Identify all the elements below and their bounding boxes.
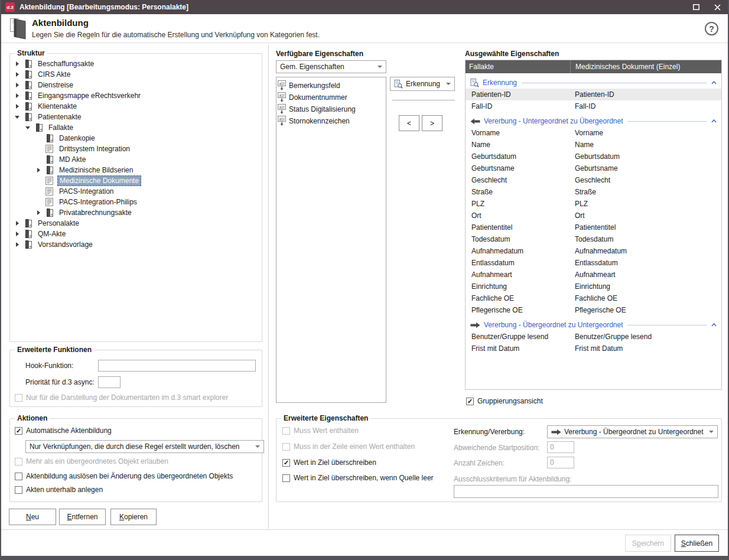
tree-item[interactable]: Patientenakte bbox=[10, 112, 262, 122]
neu-button[interactable]: Neu bbox=[9, 509, 56, 525]
table-row[interactable]: Pflegerische OEPflegerische OE bbox=[466, 304, 721, 316]
collapse-chevron-icon[interactable] bbox=[711, 119, 717, 123]
move-left-button[interactable]: < bbox=[399, 115, 419, 131]
tree-item[interactable]: Drittsystem Integration bbox=[10, 144, 262, 154]
tree-item[interactable]: Personalakte bbox=[10, 218, 262, 229]
table-row[interactable]: StraßeStraße bbox=[466, 186, 721, 198]
property-group-header[interactable]: Vererbung - Übergeordnet zu Untergeordne… bbox=[466, 319, 721, 331]
expanded-expander-icon[interactable] bbox=[14, 112, 22, 122]
list-item[interactable]: a1tStornokennzeichen bbox=[276, 115, 386, 127]
tree-item[interactable]: PACS-Integration-Philips bbox=[10, 197, 262, 207]
ausschlusskriterium-input[interactable] bbox=[454, 485, 718, 498]
collapsed-expander-icon[interactable] bbox=[14, 90, 22, 101]
table-row[interactable]: EntlassdatumEntlassdatum bbox=[466, 257, 721, 269]
checkbox-box bbox=[282, 443, 290, 451]
wert-ueberschreiben-checkbox[interactable]: ✓Wert in Ziel überschreiben bbox=[282, 458, 376, 467]
property-icon: a1t bbox=[278, 104, 287, 115]
collapsed-expander-icon[interactable] bbox=[35, 165, 43, 175]
cell-dokument: Aufnahmeart bbox=[570, 271, 721, 279]
maximize-button[interactable] bbox=[689, 2, 702, 12]
column-header-dokument[interactable]: Medizinisches Dokument (Einzel) bbox=[570, 60, 721, 73]
close-button[interactable] bbox=[711, 2, 724, 12]
table-row[interactable]: TodesdatumTodesdatum bbox=[466, 233, 721, 245]
kopieren-button[interactable]: Kopieren bbox=[110, 509, 157, 525]
property-group-header[interactable]: Vererbung - Untergeordnet zu Übergeordne… bbox=[466, 115, 721, 127]
gruppierungsansicht-checkbox[interactable]: ✓Gruppierungsansicht bbox=[466, 397, 543, 405]
table-row[interactable]: NameName bbox=[466, 139, 721, 151]
tree-item[interactable]: Privatabrechnungsakte bbox=[10, 207, 262, 218]
expanded-expander-icon[interactable] bbox=[24, 122, 32, 133]
tree-item[interactable]: MD Akte bbox=[10, 154, 262, 165]
chevron-down-icon bbox=[446, 83, 451, 85]
entfernen-button[interactable]: Entfernen bbox=[59, 509, 106, 525]
table-row[interactable]: VornameVorname bbox=[466, 127, 721, 139]
list-item[interactable]: a1tStatus Digitalisierung bbox=[276, 103, 386, 115]
tree-item[interactable]: Vorstandsvorlage bbox=[10, 239, 262, 250]
verknuepfungen-dropdown[interactable]: Nur Verknüpfungen, die durch diese Regel… bbox=[25, 440, 264, 453]
collapsed-expander-icon[interactable] bbox=[14, 101, 22, 112]
table-row[interactable]: Benutzer/Gruppe lesendBenutzer/Gruppe le… bbox=[466, 331, 721, 343]
smart-explorer-checkbox[interactable]: Nur für die Darstellung der Dokumentarte… bbox=[15, 393, 228, 402]
erkennung-mode-dropdown[interactable]: Erkennung bbox=[390, 77, 455, 91]
tree-item[interactable]: Datenkopie bbox=[10, 133, 262, 144]
wert-ueberschreiben-leer-checkbox[interactable]: Wert in Ziel überschreiben, wenn Quelle … bbox=[282, 474, 434, 482]
tree-item-label: PACS-Integration bbox=[57, 187, 116, 196]
prioritaet-input[interactable] bbox=[98, 376, 121, 388]
tree-item[interactable]: Eingangsmappe eRechtsverkehr bbox=[10, 90, 262, 101]
table-row[interactable]: AufnahmedatumAufnahmedatum bbox=[466, 245, 721, 257]
expander-spacer bbox=[35, 154, 43, 165]
table-row[interactable]: GeburtsnameGeburtsname bbox=[466, 162, 721, 174]
collapse-chevron-icon[interactable] bbox=[711, 81, 717, 84]
table-row[interactable]: Fachliche OEFachliche OE bbox=[466, 292, 721, 304]
tree-item[interactable]: Medizinische Bildserien bbox=[10, 165, 262, 175]
aktenbildung-ausloesen-checkbox[interactable]: Aktenbildung auslösen bei Änderung des ü… bbox=[15, 472, 233, 480]
table-row[interactable]: Frist mit DatumFrist mit Datum bbox=[466, 343, 721, 354]
folder-icon bbox=[24, 219, 33, 228]
collapsed-expander-icon[interactable] bbox=[14, 218, 22, 229]
anzahl-zeichen-input[interactable] bbox=[547, 457, 574, 468]
move-right-button[interactable]: > bbox=[422, 115, 442, 131]
collapsed-expander-icon[interactable] bbox=[14, 80, 22, 90]
muss-wert-checkbox[interactable]: Muss Wert enthalten bbox=[282, 426, 359, 435]
table-row[interactable]: Patienten-IDPatienten-ID bbox=[466, 89, 721, 100]
table-row[interactable]: Fall-IDFall-ID bbox=[466, 100, 721, 112]
list-item[interactable]: a1tDokumentnummer bbox=[276, 92, 386, 103]
table-row[interactable]: PLZPLZ bbox=[466, 198, 721, 210]
mehr-objekte-checkbox[interactable]: Mehr als ein übergeordnetes Objekt erlau… bbox=[15, 457, 168, 465]
collapsed-expander-icon[interactable] bbox=[14, 69, 22, 80]
tree-item[interactable]: Klientenakte bbox=[10, 101, 262, 112]
hook-funktion-input[interactable] bbox=[98, 360, 256, 372]
chevron-down-icon bbox=[255, 445, 260, 448]
tree-item[interactable]: PACS-Integration bbox=[10, 186, 262, 197]
help-icon[interactable]: ? bbox=[705, 22, 718, 35]
akten-unterhalb-checkbox[interactable]: Akten unterhalb anlegen bbox=[15, 486, 103, 494]
table-row[interactable]: AufnahmeartAufnahmeart bbox=[466, 269, 721, 281]
property-group-header[interactable]: Erkennung bbox=[466, 77, 721, 89]
schliessen-button[interactable]: Schließen bbox=[675, 535, 719, 552]
collapsed-expander-icon[interactable] bbox=[14, 58, 22, 69]
tree-item[interactable]: CIRS Akte bbox=[10, 69, 262, 80]
list-item[interactable]: a1tBemerkungsfeld bbox=[276, 80, 386, 92]
collapsed-expander-icon[interactable] bbox=[14, 229, 22, 239]
tree-item[interactable]: QM-Akte bbox=[10, 229, 262, 239]
eigenschaften-kategorie-dropdown[interactable]: Gem. Eigenschaften bbox=[276, 60, 386, 73]
tree-item[interactable]: Medizinische Dokumente bbox=[10, 175, 262, 186]
collapsed-expander-icon[interactable] bbox=[35, 207, 43, 218]
erkennung-vererbung-dropdown[interactable]: Vererbung - Übergeordnet zu Untergeordne… bbox=[547, 425, 718, 438]
collapsed-expander-icon[interactable] bbox=[14, 239, 22, 250]
tree-item[interactable]: Dienstreise bbox=[10, 80, 262, 90]
startposition-input[interactable] bbox=[547, 441, 574, 453]
automatische-aktenbildung-checkbox[interactable]: ✓Automatische Aktenbildung bbox=[15, 426, 112, 435]
tree-item[interactable]: Beschaffungsakte bbox=[10, 58, 262, 69]
table-row[interactable]: PatiententitelPatiententitel bbox=[466, 222, 721, 233]
column-header-fallakte[interactable]: Fallakte bbox=[466, 63, 570, 71]
muss-zeile-wert-checkbox[interactable]: Muss in der Zeile einen Wert enthalten bbox=[282, 442, 415, 451]
speichern-button[interactable]: Speichern bbox=[625, 535, 671, 552]
tree-item[interactable]: Fallakte bbox=[10, 122, 262, 133]
table-row[interactable]: GeschlechtGeschlecht bbox=[466, 174, 721, 186]
table-row[interactable]: EinrichtungEinrichtung bbox=[466, 281, 721, 292]
table-row[interactable]: OrtOrt bbox=[466, 210, 721, 222]
table-row[interactable]: GeburtsdatumGeburtsdatum bbox=[466, 151, 721, 162]
checkbox-label: Gruppierungsansicht bbox=[477, 397, 543, 405]
collapse-chevron-icon[interactable] bbox=[711, 323, 717, 327]
